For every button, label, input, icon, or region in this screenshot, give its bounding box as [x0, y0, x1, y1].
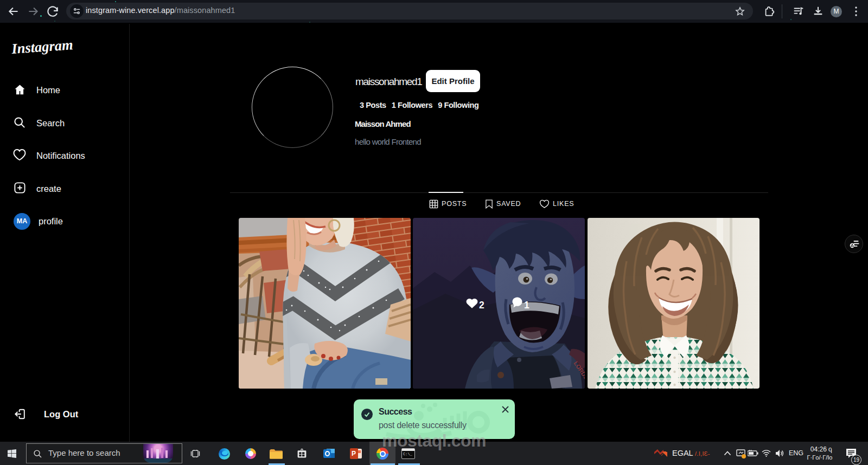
svg-text:1: 1	[524, 300, 529, 311]
svg-text:Instagram: Instagram	[11, 36, 74, 57]
svg-text:2: 2	[479, 300, 484, 311]
